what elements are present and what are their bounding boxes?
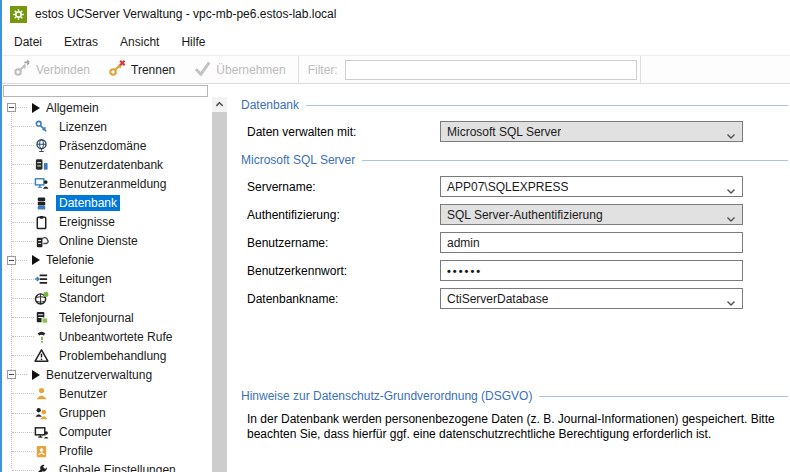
chevron-down-icon xyxy=(726,296,736,310)
journal-icon xyxy=(34,310,49,325)
tree-connector xyxy=(12,241,34,242)
tree-item-leitungen[interactable]: Leitungen xyxy=(3,270,210,289)
tree-connector xyxy=(16,260,27,261)
tree-item-label: Problembehandlung xyxy=(56,348,169,364)
missed-call-icon xyxy=(34,329,49,344)
menu-item-hilfe[interactable]: Hilfe xyxy=(170,30,216,54)
tree-item-label: Gruppen xyxy=(56,405,109,421)
field-label: Datenbankname: xyxy=(247,292,440,306)
user-database-icon xyxy=(34,157,49,172)
field-label: Benutzername: xyxy=(247,236,440,250)
verbinden-button: Verbinden xyxy=(4,56,99,83)
tree-connector xyxy=(12,203,34,204)
tree-item-computer[interactable]: Computer xyxy=(3,423,210,442)
globe-icon xyxy=(34,138,49,153)
tree-item-datenbank[interactable]: Datenbank xyxy=(3,193,210,212)
tree-item-ereignisse[interactable]: Ereignisse xyxy=(3,213,210,232)
toolbar-button-label: Übernehmen xyxy=(216,63,285,77)
tree-item-online-dienste[interactable]: Online Dienste xyxy=(3,232,210,251)
chevron-down-icon xyxy=(726,212,736,226)
navigation-tree: AllgemeinLizenzenPräsenzdomäneBenutzerda… xyxy=(3,98,210,472)
tree-item-benutzeranmeldung[interactable]: Benutzeranmeldung xyxy=(3,174,210,193)
tree-item-label: Benutzer xyxy=(56,386,110,402)
group-icon xyxy=(34,406,49,421)
computer-user-icon xyxy=(34,176,49,191)
tree-item-label: Unbeantwortete Rufe xyxy=(56,329,175,345)
tree-item-gruppen[interactable]: Gruppen xyxy=(3,404,210,423)
trennen-button[interactable]: Trennen xyxy=(99,56,184,83)
tree-item-lizenzen[interactable]: Lizenzen xyxy=(3,117,210,136)
menu-item-ansicht[interactable]: Ansicht xyxy=(109,30,170,54)
menu-item-datei[interactable]: Datei xyxy=(3,30,53,54)
servername-combo[interactable]: APP07\SQLEXPRESS xyxy=(440,176,743,197)
tree-item-praesenzdomaene[interactable]: Präsenzdomäne xyxy=(3,136,210,155)
tree-connector xyxy=(12,413,34,414)
tree-item-standort[interactable]: Standort xyxy=(3,289,210,308)
tree-group-allgemein[interactable]: Allgemein xyxy=(3,98,210,117)
app-gear-icon xyxy=(10,6,27,23)
field-value: SQL Server-Authentifizierung xyxy=(447,208,603,222)
authentifizierung-combo[interactable]: SQL Server-Authentifizierung xyxy=(440,204,743,225)
window-title: estos UCServer Verwaltung - vpc-mb-pe6.e… xyxy=(35,7,336,21)
tree-scrollbar[interactable] xyxy=(212,97,227,472)
tree-connector xyxy=(12,222,34,223)
tree-connector xyxy=(12,279,34,280)
tree-item-label: Benutzerdatenbank xyxy=(56,157,166,173)
tree-item-unbeantwortete-rufe[interactable]: Unbeantwortete Rufe xyxy=(3,327,210,346)
section-header-hinweise-zur-datenschutz-grundverordnung-dsgvo: Hinweise zur Datenschutz-Grundverordnung… xyxy=(241,389,788,403)
tree-item-globale-einstellungen[interactable]: Globale Einstellungen xyxy=(3,461,210,472)
tree-connector xyxy=(16,107,27,108)
tree-item-telefonjournal[interactable]: Telefonjournal xyxy=(3,308,210,327)
tree-item-label: Präsenzdomäne xyxy=(56,138,149,154)
section-rule xyxy=(306,105,788,106)
tree-connector xyxy=(12,432,34,433)
chevron-down-icon xyxy=(726,129,736,143)
wrench-icon xyxy=(34,463,49,472)
daten-verwalten-mit-combo[interactable]: Microsoft SQL Server xyxy=(440,121,743,142)
scroll-up-icon[interactable] xyxy=(212,97,227,112)
field-row-daten-verwalten-mit: Daten verwalten mit:Microsoft SQL Server xyxy=(247,121,788,142)
scrollbar-thumb[interactable] xyxy=(212,112,227,472)
window-border-accent xyxy=(0,0,2,472)
field-value: Microsoft SQL Server xyxy=(447,125,561,139)
benutzerkennwort-password-input[interactable]: •••••• xyxy=(440,260,743,281)
tree-item-benutzerdatenbank[interactable]: Benutzerdatenbank xyxy=(3,155,210,174)
tree-group-label: Telefonie xyxy=(46,253,94,267)
field-row-benutzerkennwort: Benutzerkennwort:•••••• xyxy=(247,260,788,281)
section-header-microsoft-sql-server: Microsoft SQL Server xyxy=(241,153,788,167)
field-value: APP07\SQLEXPRESS xyxy=(447,180,568,194)
tree-group-telefonie[interactable]: Telefonie xyxy=(3,251,210,270)
tree-arrow-icon xyxy=(32,370,40,380)
tree-connector xyxy=(16,374,27,375)
tree-expander-icon[interactable] xyxy=(7,256,16,265)
tree-connector xyxy=(12,451,34,452)
menu-item-extras[interactable]: Extras xyxy=(53,30,109,54)
tree-expander-icon[interactable] xyxy=(7,103,16,112)
toolbar-button-label: Trennen xyxy=(131,63,175,77)
tree-arrow-icon xyxy=(32,103,40,113)
tree-connector xyxy=(12,355,34,356)
toolbar-button-label: Verbinden xyxy=(36,63,90,77)
datenbankname-combo[interactable]: CtiServerDatabase xyxy=(440,288,743,309)
tree-item-problembehandlung[interactable]: Problembehandlung xyxy=(3,346,210,365)
tree-arrow-icon xyxy=(32,255,40,265)
clipboard-icon xyxy=(34,215,49,230)
tree-item-profile[interactable]: Profile xyxy=(3,442,210,461)
field-label: Servername: xyxy=(247,180,440,194)
titlebar: estos UCServer Verwaltung - vpc-mb-pe6.e… xyxy=(0,0,790,28)
tree-connector xyxy=(12,183,34,184)
tree-expander-icon[interactable] xyxy=(7,370,16,379)
tree-group-benutzerverwaltung[interactable]: Benutzerverwaltung xyxy=(3,365,210,384)
filter-label: Filter: xyxy=(308,63,338,77)
settings-panel: DatenbankDaten verwalten mit:Microsoft S… xyxy=(229,84,790,472)
tree-connector xyxy=(12,164,34,165)
filter-input[interactable] xyxy=(345,60,637,80)
toolbar: VerbindenTrennenÜbernehmen Filter: xyxy=(0,55,790,84)
tree-item-label: Lizenzen xyxy=(56,119,110,135)
benutzername-input[interactable]: admin xyxy=(440,232,743,253)
navigation-sidebar: AllgemeinLizenzenPräsenzdomäneBenutzerda… xyxy=(0,84,229,472)
section-title: Datenbank xyxy=(241,98,299,112)
uebernehmen-button: Übernehmen xyxy=(184,56,294,83)
tree-item-benutzer[interactable]: Benutzer xyxy=(3,384,210,403)
cloud-database-icon xyxy=(34,234,49,249)
